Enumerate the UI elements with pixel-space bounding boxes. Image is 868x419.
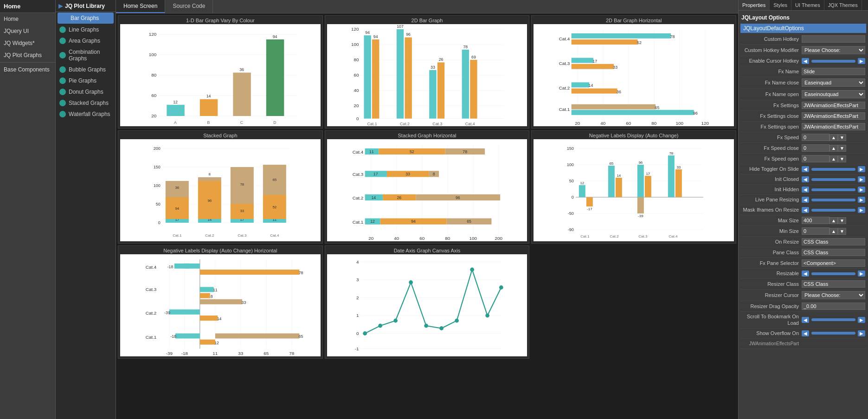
prop-select-custom-hotkey-modifier[interactable]: Please Choose: [802, 46, 865, 54]
prop-toggle-mask-iframes-right[interactable]: ▶ [858, 207, 865, 213]
chart-card-5: Stacked Graph Horizontal 20 40 60 80 [325, 130, 530, 244]
svg-text:200: 200 [154, 146, 161, 151]
prop-value-custom-hotkey-modifier: Please Choose: [802, 46, 865, 54]
prop-select-fx-name-close[interactable]: Easeinquad [802, 78, 865, 87]
nav-item-bubble-graphs[interactable]: Bubble Graphs [56, 64, 116, 75]
chart-area-8[interactable]: 4 3 2 1 0 -1 [327, 254, 527, 356]
prop-input-fx-speed-close[interactable] [802, 144, 829, 152]
prop-toggle-scroll-bookmark-left[interactable]: ◀ [802, 317, 809, 323]
tab-source-code[interactable]: Source Code [165, 0, 213, 13]
prop-select-fx-name-open[interactable]: Easeinoutquad [802, 90, 865, 98]
prop-toggle-init-hidden-right[interactable]: ▶ [858, 187, 865, 193]
prop-toggle-resizable-left[interactable]: ◀ [802, 271, 809, 277]
prop-input-custom-hotkey[interactable] [802, 35, 865, 43]
prop-scroll-fx-speed-open-up[interactable]: ▲ [829, 155, 838, 162]
prop-scroll-max-size-down[interactable]: ▼ [838, 217, 846, 224]
prop-scroll-min-size-down[interactable]: ▼ [838, 228, 846, 235]
prop-input-max-size[interactable] [802, 217, 829, 224]
prop-toggle-enable-cursor-hotkey-right[interactable]: ▶ [858, 58, 865, 64]
prop-value-init-hidden: ◀ ▶ [802, 187, 865, 193]
svg-text:120: 120 [701, 121, 709, 126]
sidebar-title: Home [0, 0, 55, 13]
prop-toggle-show-overflow-right[interactable]: ▶ [858, 330, 865, 336]
nav-item-combination-graphs[interactable]: Combination Graphs [56, 46, 116, 64]
svg-text:Cat.3: Cat.3 [639, 234, 648, 239]
prop-toggle-init-closed-left[interactable]: ◀ [802, 176, 809, 182]
svg-text:17: 17 [373, 172, 378, 176]
svg-point-252 [378, 324, 382, 328]
active-option[interactable]: JQLayoutDefaultOptions [740, 24, 866, 33]
prop-input-pane-class[interactable] [802, 249, 865, 256]
prop-input-resizer-class[interactable] [802, 280, 865, 288]
chart-area-5[interactable]: 20 40 60 80 100 200 Cat.4 Cat.3 Cat.2 Ca… [327, 139, 527, 241]
nav-item-area-graphs[interactable]: Area Graphs [56, 35, 116, 46]
prop-input-fx-speed-open[interactable] [802, 155, 829, 162]
prop-toggle-show-overflow-left[interactable]: ◀ [802, 330, 809, 336]
prop-input-min-size[interactable] [802, 227, 829, 235]
chart-area-6[interactable]: 150 100 50 0 -50 -90 12 -17 Cat.1 [534, 139, 734, 241]
prop-scroll-fx-speed-close-down[interactable]: ▼ [838, 145, 846, 152]
nav-item-donut-graphs[interactable]: Donut Graphs [56, 86, 116, 97]
prop-hide-toggler-on-slide: Hide Toggler On Slide ◀ ▶ [740, 164, 866, 174]
chart-area-7[interactable]: -39 -18 11 33 65 78 Cat.4 Cat.3 Cat.2 Ca… [120, 254, 321, 356]
svg-text:-18: -18 [181, 351, 188, 356]
chart-area-3[interactable]: 20 40 60 80 100 120 Cat.4 Cat.3 Cat.2 Ca… [534, 24, 734, 126]
svg-text:14: 14 [617, 174, 621, 178]
prop-scroll-max-size-up[interactable]: ▲ [829, 217, 838, 224]
svg-rect-10 [167, 105, 185, 116]
prop-toggle-hide-toggler-left[interactable]: ◀ [802, 166, 809, 172]
prop-fx-settings: Fx Settings [740, 100, 866, 111]
prop-scroll-fx-speed-up[interactable]: ▲ [829, 134, 838, 141]
prop-toggle-enable-cursor-hotkey-left[interactable]: ◀ [802, 58, 809, 64]
prop-select-resizer-cursor[interactable]: Please Choose: [802, 291, 865, 299]
svg-text:Cat.1: Cat.1 [367, 122, 377, 126]
chart-area-2[interactable]: 120 100 80 60 40 20 0 94 94 [327, 24, 527, 126]
chart-area-4[interactable]: 200 150 100 50 0 17 94 36 Cat.1 [120, 139, 321, 241]
prop-input-on-resize[interactable] [802, 238, 865, 245]
right-tab-jqx-themes[interactable]: JQX Themes [824, 0, 862, 10]
right-tab-styles[interactable]: Styles [770, 0, 791, 10]
prop-scroll-fx-speed-down[interactable]: ▼ [838, 134, 846, 141]
prop-input-fx-name[interactable] [802, 68, 865, 75]
sidebar-item-jquery-ui[interactable]: JQuery UI [0, 25, 55, 37]
line-graphs-icon [59, 26, 66, 33]
prop-input-fx-settings-open[interactable] [802, 123, 865, 130]
sidebar-item-base-components[interactable]: Base Components [0, 64, 55, 76]
nav-label-area-graphs: Area Graphs [69, 38, 100, 44]
prop-input-fx-speed[interactable] [802, 134, 829, 141]
prop-input-fx-settings-close[interactable] [802, 112, 865, 120]
nav-item-line-graphs[interactable]: Line Graphs [56, 24, 116, 35]
sidebar-item-jq-widgets[interactable]: JQ Widgets* [0, 37, 55, 49]
svg-text:96: 96 [207, 199, 212, 203]
svg-text:-39: -39 [164, 310, 170, 315]
tab-home-screen[interactable]: Home Screen [116, 0, 165, 13]
prop-toggle-hide-toggler-right[interactable]: ▶ [858, 166, 865, 172]
nav-item-waterfall-graphs[interactable]: Waterfall Graphs [56, 109, 116, 120]
nav-item-stacked-graphs[interactable]: Stacked Graphs [56, 97, 116, 109]
svg-text:Cat.1: Cat.1 [173, 233, 182, 238]
sidebar-item-home[interactable]: Home [0, 13, 55, 25]
prop-toggle-init-hidden-left[interactable]: ◀ [802, 187, 809, 193]
right-tab-properties[interactable]: Properties [739, 0, 770, 10]
chart-svg-5: 20 40 60 80 100 200 Cat.4 Cat.3 Cat.2 Ca… [327, 139, 527, 241]
prop-toggle-mask-iframes-left[interactable]: ◀ [802, 207, 809, 213]
nav-item-pie-graphs[interactable]: Pie Graphs [56, 75, 116, 86]
prop-input-fx-settings[interactable] [802, 102, 865, 109]
prop-toggle-resizable-right[interactable]: ▶ [858, 271, 865, 277]
prop-toggle-live-pane-right[interactable]: ▶ [858, 197, 865, 203]
prop-scroll-fx-speed-open-down[interactable]: ▼ [838, 155, 846, 162]
svg-rect-44 [429, 70, 436, 119]
prop-toggle-scroll-bookmark-right[interactable]: ▶ [858, 317, 865, 323]
nav-item-bar-graphs[interactable]: Bar Graphs [58, 13, 114, 24]
prop-toggle-init-closed-right[interactable]: ▶ [858, 176, 865, 182]
right-tab-ui-themes[interactable]: UI Themes [791, 0, 824, 10]
prop-input-resizer-drag-opacity[interactable] [802, 303, 865, 310]
prop-input-fx-pane-selector[interactable] [802, 259, 865, 267]
prop-init-hidden: Init Hidden ◀ ▶ [740, 185, 866, 195]
prop-scroll-min-size-up[interactable]: ▲ [829, 228, 838, 235]
sidebar-item-jq-plot-graphs[interactable]: JQ Plot Graphs [0, 49, 55, 61]
svg-text:Cat.3: Cat.3 [146, 287, 157, 292]
prop-scroll-fx-speed-close-up[interactable]: ▲ [829, 145, 838, 152]
prop-toggle-live-pane-left[interactable]: ◀ [802, 197, 809, 203]
chart-area-1[interactable]: 120 100 80 60 20 12 14 36 94 [120, 24, 321, 126]
